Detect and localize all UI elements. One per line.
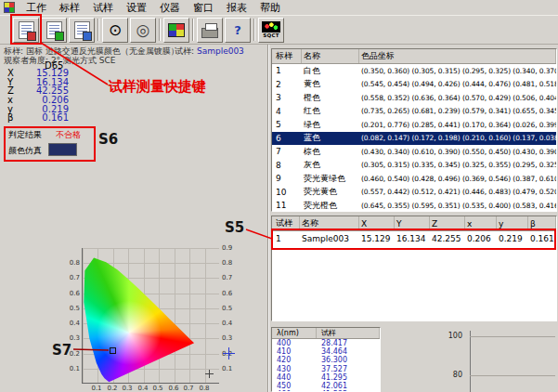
wavelength: 440 <box>272 373 317 382</box>
standard-name: 红色 <box>302 105 359 117</box>
print-button[interactable] <box>197 18 223 43</box>
color-simulation-swatch <box>48 143 77 156</box>
table-row[interactable]: 8 灰色 (0.305, 0.315) (0.335, 0.345) (0.32… <box>272 159 556 173</box>
column-header[interactable]: 标样 <box>272 49 302 63</box>
standard-coords: (0.735, 0.265) (0.681, 0.239) (0.579, 0.… <box>359 107 556 115</box>
spectral-row[interactable]: 420 36.300 <box>272 356 380 364</box>
column-header[interactable]: 名称 <box>302 49 359 63</box>
annotation-box-sample-row <box>271 229 556 250</box>
y-tick-label: 0.7 <box>222 274 232 281</box>
chart-y-tick: 100 <box>448 332 462 340</box>
table-row[interactable]: 4 红色 (0.735, 0.265) (0.681, 0.239) (0.57… <box>272 105 556 119</box>
chart-gridline-100 <box>470 336 555 337</box>
standard-coords: (0.305, 0.315) (0.335, 0.345) (0.325, 0.… <box>359 161 556 169</box>
y-tick-label: 0.1 <box>65 365 80 372</box>
measure-standard-button[interactable] <box>41 18 67 43</box>
annotation-box-toolbar <box>10 14 42 45</box>
calibration-button[interactable]: ◎ <box>130 18 156 43</box>
chart-y-tick: 80 <box>448 371 462 379</box>
data-list-button[interactable] <box>69 18 95 43</box>
table-row[interactable]: 5 绿色 (0.201, 0.776) (0.285, 0.441) (0.17… <box>272 118 556 132</box>
y-tick-label: 0.8 <box>65 259 80 267</box>
y-tick-label: 0.9 <box>222 244 232 252</box>
standard-number: 11 <box>272 201 302 210</box>
menu-item-work[interactable]: 工作 <box>19 1 53 15</box>
annotation-s6: S6 <box>98 131 118 148</box>
y-tick-label: 0.4 <box>65 320 80 327</box>
column-header[interactable]: λ(nm) <box>272 328 317 338</box>
menu-item-sample[interactable]: 试样 <box>86 1 120 15</box>
judge-result-label: 判定结果 <box>8 129 42 141</box>
standard-number: 9 <box>272 174 302 183</box>
menu-item-instrument[interactable]: 仪器 <box>153 1 187 15</box>
standard-coords: (0.557, 0.442) (0.512, 0.421) (0.446, 0.… <box>359 188 556 196</box>
wavelength: 400 <box>272 339 317 347</box>
standard-name: 绿色 <box>302 119 359 131</box>
toolbar: ⊙ ◎ ? SQCT <box>0 16 558 45</box>
reflectance-value: 41.295 <box>317 373 380 382</box>
sqct-label: SQCT <box>263 33 279 39</box>
menu-item-standard[interactable]: 标样 <box>53 1 86 15</box>
y-tick-label: 0.6 <box>222 290 232 297</box>
table-row[interactable]: 10 荧光黄色 (0.557, 0.442) (0.512, 0.421) (0… <box>272 186 556 200</box>
value-number: 0.161 <box>42 113 69 123</box>
toolbar-separator <box>253 19 255 41</box>
toolbar-separator <box>159 19 161 41</box>
x-tick-label: 0.7 <box>182 385 195 392</box>
x-tick-label: 0.4 <box>136 385 149 392</box>
y-tick-label: 0.3 <box>65 334 80 342</box>
standard-number: 2 <box>272 80 302 89</box>
column-header[interactable]: 试样 <box>317 328 380 338</box>
standard-name: 荧光黄绿色 <box>302 173 359 185</box>
standard-name: 蓝色 <box>302 132 359 144</box>
menu-item-settings[interactable]: 设置 <box>120 1 153 15</box>
standard-name: 荧光黄色 <box>302 186 359 198</box>
table-row-selected[interactable]: 6 蓝色 (0.082, 0.147) (0.172, 0.198) (0.21… <box>272 132 556 146</box>
annotation-shortcut-text: 试样测量快捷键 <box>109 78 206 96</box>
table-row[interactable]: 2 黄色 (0.545, 0.454) (0.494, 0.426) (0.44… <box>272 78 556 92</box>
sqct-button[interactable]: SQCT <box>258 18 284 43</box>
help-button[interactable]: ? <box>225 18 251 43</box>
spectral-row[interactable]: 400 28.417 <box>272 339 380 347</box>
standard-coords: (0.558, 0.352) (0.636, 0.364) (0.570, 0.… <box>359 94 556 102</box>
table-row[interactable]: 7 棕色 (0.430, 0.340) (0.610, 0.390) (0.55… <box>272 145 556 159</box>
reflectance-value: 37.527 <box>317 365 380 373</box>
table-row[interactable]: 1 白色 (0.350, 0.360) (0.305, 0.315) (0.29… <box>272 64 556 78</box>
spectral-row[interactable]: 440 41.295 <box>272 373 380 382</box>
spectral-row[interactable]: 410 34.464 <box>272 347 380 356</box>
standard-name: 荧光橙色 <box>302 200 359 212</box>
menu-item-report[interactable]: 报表 <box>220 1 253 15</box>
panel-divider[interactable] <box>267 45 269 392</box>
target-measure-button[interactable]: ⊙ <box>102 18 128 43</box>
color-options-button[interactable] <box>163 18 189 43</box>
standard-coords: (0.545, 0.454) (0.494, 0.426) (0.444, 0.… <box>359 80 556 88</box>
crosshair-marker <box>223 347 235 359</box>
x-tick-label: 0.3 <box>121 385 134 392</box>
app-window: 工作 标样 试样 设置 仪器 窗口 报表 帮助 ⊙ ◎ <box>0 0 558 392</box>
table-row[interactable]: 9 荧光黄绿色 (0.460, 0.540) (0.428, 0.496) (0… <box>272 172 556 186</box>
standard-number: 3 <box>272 93 302 102</box>
reflectance-value: 42.061 <box>317 382 380 390</box>
spectral-row[interactable]: 430 37.527 <box>272 365 380 373</box>
annotation-s7: S7 <box>52 342 71 359</box>
toolbar-separator <box>192 19 194 41</box>
standard-coords: (0.645, 0.355) (0.595, 0.351) (0.535, 0.… <box>359 202 556 210</box>
help-icon: ? <box>234 23 241 37</box>
column-header[interactable]: 色品坐标 <box>359 49 556 63</box>
spectral-row[interactable]: 450 42.061 <box>272 382 380 390</box>
menu-item-window[interactable]: 窗口 <box>187 1 220 15</box>
standard-coords: (0.350, 0.360) (0.305, 0.315) (0.295, 0.… <box>359 67 556 75</box>
menu-item-help[interactable]: 帮助 <box>253 1 287 15</box>
chart-gridline-80 <box>470 375 555 376</box>
table-row[interactable]: 3 橙色 (0.558, 0.352) (0.636, 0.364) (0.57… <box>272 91 556 105</box>
sample-point-marker[interactable] <box>110 347 116 354</box>
spectral-table: λ(nm) 试样 400 28.417 410 34.464 420 36.30… <box>271 327 381 392</box>
standard-number: 10 <box>272 188 302 197</box>
sqct-icon <box>262 21 280 33</box>
table-row[interactable]: 11 荧光橙色 (0.645, 0.355) (0.595, 0.351) (0… <box>272 199 556 212</box>
cie-gamut <box>83 248 219 383</box>
y-tick-label: 0.1 <box>222 365 232 372</box>
ring-circle-icon: ◎ <box>136 22 150 38</box>
standard-number: 1 <box>272 66 302 75</box>
wavelength: 420 <box>272 356 317 364</box>
